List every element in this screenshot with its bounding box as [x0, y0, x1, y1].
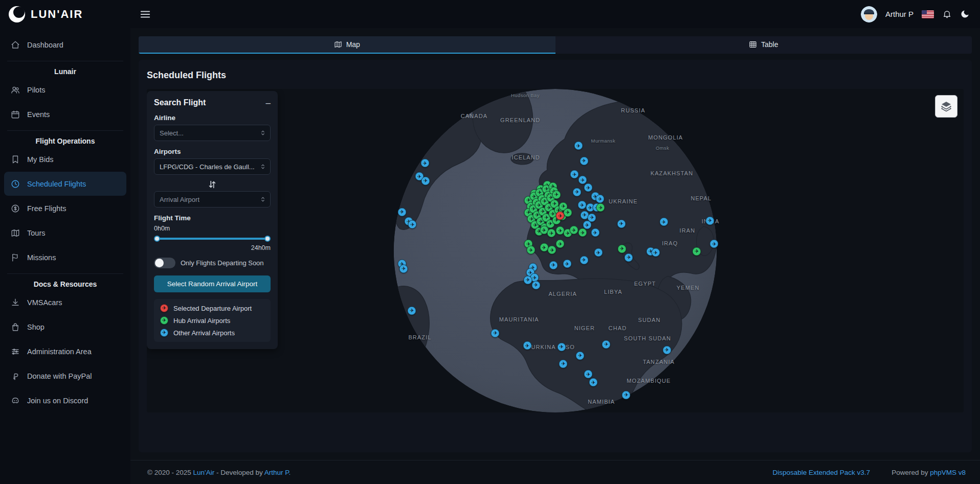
slider-handle-min[interactable]	[154, 236, 160, 242]
map-layers-control[interactable]	[935, 95, 957, 118]
other-arrival-airport-marker[interactable]: ✈	[574, 142, 583, 150]
collapse-panel-button[interactable]: –	[266, 99, 271, 107]
hub-arrival-airport-marker[interactable]: ✈	[617, 244, 626, 253]
other-arrival-airport-marker[interactable]: ✈	[563, 260, 571, 268]
hub-arrival-airport-marker[interactable]: ✈	[552, 190, 561, 199]
menu-toggle-button[interactable]	[140, 9, 151, 20]
sidebar-item-tours[interactable]: Tours	[4, 221, 126, 245]
sidebar-item-events[interactable]: Events	[4, 102, 126, 126]
other-arrival-airport-marker[interactable]: ✈	[662, 345, 671, 354]
other-arrival-airport-marker[interactable]: ✈	[622, 390, 631, 399]
other-arrival-airport-marker[interactable]: ✈	[659, 218, 668, 226]
hub-arrival-airport-marker[interactable]: ✈	[596, 203, 605, 212]
other-arrival-airport-marker[interactable]: ✈	[625, 253, 633, 262]
extended-pack-link[interactable]: Disposable Extended Pack v3.7	[773, 469, 871, 476]
other-arrival-airport-marker[interactable]: ✈	[589, 378, 597, 387]
hub-arrival-airport-marker[interactable]: ✈	[570, 226, 578, 235]
hub-arrival-airport-marker[interactable]: ✈	[540, 243, 548, 252]
other-arrival-airport-marker[interactable]: ✈	[576, 351, 585, 360]
legend-label: Hub Arrival Airports	[173, 317, 230, 325]
other-arrival-airport-marker[interactable]: ✈	[705, 216, 714, 225]
other-arrival-airport-marker[interactable]: ✈	[421, 176, 430, 185]
other-arrival-airport-marker[interactable]: ✈	[591, 228, 599, 237]
other-arrival-airport-marker[interactable]: ✈	[617, 219, 626, 228]
sidebar-item-my-bids[interactable]: My Bids	[4, 147, 126, 171]
departing-soon-label: Only Flights Departing Soon	[181, 259, 264, 267]
tab-map[interactable]: Map	[139, 36, 555, 54]
random-arrival-button[interactable]: Select Random Arrival Airport	[154, 275, 271, 292]
user-name[interactable]: Arthur P	[885, 10, 914, 18]
other-arrival-airport-marker[interactable]: ✈	[523, 341, 531, 350]
search-panel-title: Search Flight	[154, 98, 206, 107]
other-arrival-airport-marker[interactable]: ✈	[557, 342, 566, 351]
other-arrival-airport-marker[interactable]: ✈	[559, 359, 568, 368]
other-arrival-airport-marker[interactable]: ✈	[420, 159, 429, 168]
chevron-updown-icon	[259, 129, 266, 136]
other-arrival-airport-marker[interactable]: ✈	[397, 208, 406, 216]
user-avatar[interactable]	[861, 6, 877, 22]
other-arrival-airport-marker[interactable]: ✈	[570, 170, 579, 179]
swap-airports-icon[interactable]	[207, 179, 218, 190]
hub-arrival-airport-marker[interactable]: ✈	[548, 246, 556, 255]
hub-arrival-airport-marker[interactable]: ✈	[526, 246, 535, 255]
other-arrival-airport-marker[interactable]: ✈	[580, 156, 588, 165]
footer-brand-link[interactable]: Lun'Air	[193, 469, 215, 476]
airline-select[interactable]: Select...	[154, 125, 271, 141]
arrival-airport-select[interactable]: Arrival Airport	[154, 191, 271, 208]
other-arrival-airport-marker[interactable]: ✈	[602, 340, 611, 349]
brand-logo[interactable]: LUN'AIR	[0, 0, 130, 28]
other-arrival-airport-marker[interactable]: ✈	[408, 306, 416, 315]
hub-arrival-airport-marker[interactable]: ✈	[693, 247, 701, 256]
table-tab-icon	[749, 40, 757, 49]
other-arrival-airport-marker[interactable]: ✈	[408, 220, 417, 229]
flight-map[interactable]: Hudson BayCANADAGREENLANDRUSSIAICELANDMO…	[147, 89, 964, 412]
hub-arrival-airport-marker[interactable]: ✈	[556, 240, 565, 248]
other-arrival-airport-marker[interactable]: ✈	[588, 213, 596, 222]
flight-time-slider[interactable]	[154, 235, 271, 242]
sidebar-item-scheduled-flights[interactable]: Scheduled Flights	[4, 172, 126, 196]
phpvms-link[interactable]: phpVMS v8	[930, 469, 966, 476]
slider-track[interactable]	[155, 238, 270, 240]
hub-arrival-airport-marker[interactable]: ✈	[578, 228, 587, 237]
other-arrival-airport-marker[interactable]: ✈	[399, 264, 408, 273]
sidebar-item-pilots[interactable]: Pilots	[4, 78, 126, 102]
other-arrival-airport-marker[interactable]: ✈	[584, 183, 593, 192]
other-arrival-airport-marker[interactable]: ✈	[710, 240, 719, 248]
selected-departure-airport-marker[interactable]: ✈	[556, 212, 565, 220]
other-arrival-airport-marker[interactable]: ✈	[580, 256, 588, 264]
other-arrival-airport-marker[interactable]: ✈	[549, 261, 558, 269]
hub-arrival-airport-marker[interactable]: ✈	[547, 229, 556, 238]
departure-airport-select[interactable]: LFPG/CDG - Charles de Gaull...	[154, 158, 271, 175]
sidebar-item-free-flights[interactable]: Free Flights	[4, 196, 126, 220]
other-arrival-airport-marker[interactable]: ✈	[577, 201, 586, 210]
other-arrival-airport-marker[interactable]: ✈	[578, 176, 587, 185]
sidebar-item-shop[interactable]: Shop	[4, 315, 126, 339]
tab-table[interactable]: Table	[555, 36, 972, 54]
sidebar-item-missions[interactable]: Missions	[4, 245, 126, 269]
map-tab-icon	[334, 40, 342, 49]
other-arrival-airport-marker[interactable]: ✈	[573, 188, 582, 196]
sliders-icon	[10, 347, 20, 357]
slider-handle-max[interactable]	[264, 236, 271, 242]
legend-item-other-arrival-airports: ✈Other Arrival Airports	[160, 329, 264, 337]
departing-soon-toggle[interactable]	[154, 258, 175, 268]
other-arrival-airport-marker[interactable]: ✈	[596, 195, 605, 203]
other-arrival-airport-marker[interactable]: ✈	[523, 275, 532, 284]
hub-arrival-airport-marker[interactable]: ✈	[563, 208, 572, 217]
other-arrival-airport-marker[interactable]: ✈	[531, 281, 540, 289]
view-tabs: Map Table	[139, 36, 972, 54]
other-arrival-airport-marker[interactable]: ✈	[594, 248, 603, 257]
other-arrival-airport-marker[interactable]: ✈	[651, 248, 660, 257]
sidebar-item-join-us-on-discord[interactable]: Join us on Discord	[4, 388, 126, 412]
sidebar-item-label: Dashboard	[27, 41, 63, 49]
other-arrival-airport-marker[interactable]: ✈	[491, 329, 500, 337]
sidebar-item-donate-with-paypal[interactable]: Donate with PayPal	[4, 364, 126, 388]
sidebar-item-administration-area[interactable]: Administration Area	[4, 339, 126, 363]
notifications-bell-icon[interactable]	[942, 9, 952, 19]
sidebar-item-dashboard[interactable]: Dashboard	[4, 33, 126, 57]
footer-developer-link[interactable]: Arthur P.	[264, 469, 291, 476]
language-flag-us-icon[interactable]	[922, 10, 934, 18]
other-arrival-airport-marker[interactable]: ✈	[584, 370, 593, 379]
sidebar-item-vmsacars[interactable]: VMSAcars	[4, 290, 126, 314]
dark-mode-toggle-icon[interactable]	[960, 9, 970, 19]
